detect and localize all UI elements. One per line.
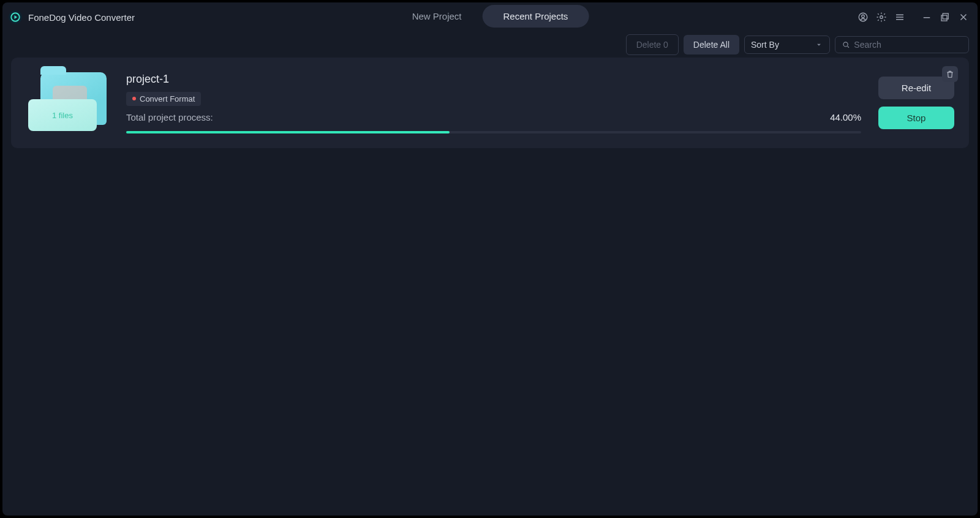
chevron-down-icon: [815, 40, 823, 49]
svg-point-3: [880, 16, 883, 19]
search-field[interactable]: [835, 36, 969, 53]
svg-rect-4: [943, 13, 948, 19]
title-bar: FoneDog Video Converter New Project Rece…: [2, 2, 978, 32]
window-controls: [855, 9, 971, 25]
delete-project-button[interactable]: [942, 66, 958, 82]
maximize-button[interactable]: [937, 9, 953, 25]
main-tabs: New Project Recent Projects: [391, 5, 589, 28]
svg-point-2: [862, 15, 865, 18]
project-info: project-1 Convert Format Total project p…: [126, 73, 861, 133]
progress-bar: [126, 131, 861, 133]
progress-bar-fill: [126, 131, 450, 133]
tab-recent-projects[interactable]: Recent Projects: [482, 5, 589, 28]
app-title: FoneDog Video Converter: [28, 12, 135, 23]
project-actions: Re-edit Stop: [878, 77, 954, 129]
progress-percent: 44.00%: [830, 112, 861, 122]
trash-icon: [946, 70, 954, 78]
project-card: 1 files project-1 Convert Format Total p…: [11, 58, 969, 148]
project-name: project-1: [126, 73, 861, 86]
settings-icon[interactable]: [873, 9, 889, 25]
minimize-button[interactable]: [919, 9, 935, 25]
close-button[interactable]: [956, 9, 971, 25]
project-thumbnail: 1 files: [28, 71, 109, 135]
delete-selected-button[interactable]: Delete 0: [626, 34, 679, 55]
search-icon: [842, 40, 850, 50]
sort-by-dropdown[interactable]: Sort By: [744, 36, 830, 54]
menu-icon[interactable]: [892, 9, 908, 25]
svg-rect-5: [941, 15, 947, 21]
content-area: 1 files project-1 Convert Format Total p…: [2, 58, 978, 148]
tab-new-project[interactable]: New Project: [391, 5, 483, 28]
svg-point-1: [859, 13, 867, 21]
delete-all-button[interactable]: Delete All: [684, 35, 739, 54]
progress-label: Total project process:: [126, 112, 213, 122]
files-count-label: 1 files: [28, 99, 97, 131]
status-dot-icon: [132, 97, 136, 100]
project-type-label: Convert Format: [140, 94, 195, 103]
account-icon[interactable]: [855, 9, 871, 25]
search-input[interactable]: [854, 40, 962, 50]
toolbar: Delete 0 Delete All Sort By: [2, 32, 978, 58]
svg-point-6: [843, 42, 848, 47]
app-window: FoneDog Video Converter New Project Rece…: [2, 2, 978, 516]
sort-by-label: Sort By: [751, 40, 779, 50]
project-type-tag: Convert Format: [126, 92, 201, 106]
app-logo-icon: [9, 10, 22, 24]
stop-button[interactable]: Stop: [878, 107, 954, 129]
